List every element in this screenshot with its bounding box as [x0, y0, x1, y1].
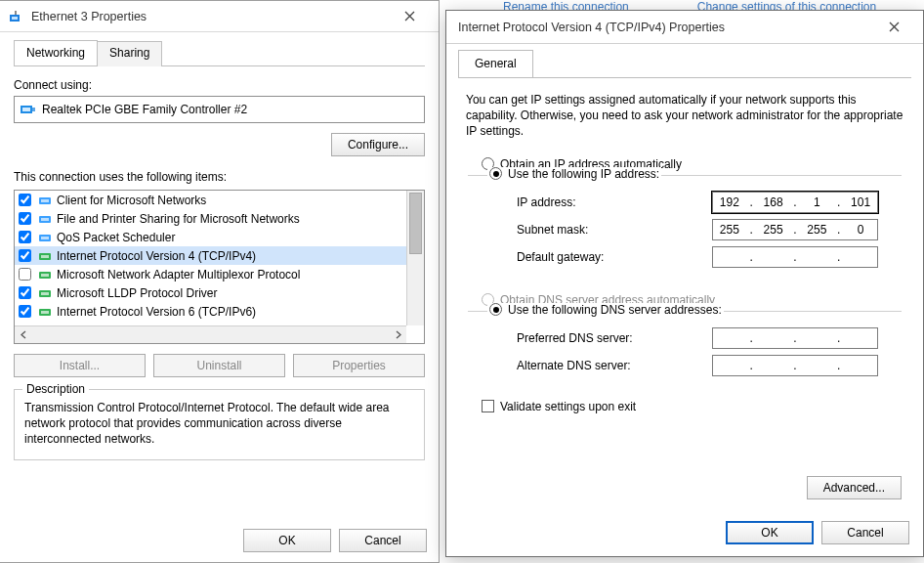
ethernet-close-button[interactable]	[388, 2, 431, 31]
items-vertical-scrollbar[interactable]	[406, 191, 424, 325]
list-item[interactable]: Microsoft LLDP Protocol Driver	[15, 283, 424, 302]
description-group: Description Transmission Control Protoco…	[14, 389, 425, 460]
ip-address-group: Use the following IP address: IP address…	[468, 175, 902, 280]
ipv4-ok-button[interactable]: OK	[726, 521, 814, 544]
list-item[interactable]: Internet Protocol Version 4 (TCP/IPv4)	[15, 246, 424, 265]
subnet-mask-input[interactable]: 255. 255. 255. 0	[712, 219, 878, 240]
mask-octet-4[interactable]: 0	[847, 223, 874, 237]
tab-networking[interactable]: Networking	[14, 40, 98, 65]
gateway-input[interactable]: . . .	[712, 246, 878, 268]
gateway-label: Default gateway:	[517, 250, 712, 264]
list-item-checkbox[interactable]	[19, 249, 31, 262]
list-item[interactable]: Client for Microsoft Networks	[15, 191, 424, 209]
svg-rect-15	[41, 274, 49, 277]
radio-use-ip[interactable]: Use the following IP address:	[487, 167, 661, 181]
ipv4-title: Internet Protocol Version 4 (TCP/IPv4) P…	[454, 21, 872, 34]
ipv4-close-button[interactable]	[872, 13, 915, 42]
validate-settings-checkbox[interactable]: Validate settings upon exit	[482, 400, 911, 413]
mask-octet-2[interactable]: 255	[760, 223, 787, 237]
list-item-checkbox[interactable]	[19, 212, 31, 225]
ethernet-cancel-button[interactable]: Cancel	[339, 529, 427, 552]
tab-general[interactable]: General	[458, 50, 533, 77]
svg-rect-9	[41, 218, 49, 221]
ip-address-label: IP address:	[517, 195, 712, 209]
list-item-label: File and Printer Sharing for Microsoft N…	[57, 212, 300, 226]
list-item-label: Client for Microsoft Networks	[57, 194, 206, 207]
svg-rect-4	[22, 108, 30, 111]
ethernet-title: Ethernet 3 Properties	[31, 10, 388, 23]
adapter-field[interactable]: Realtek PCIe GBE Family Controller #2	[14, 96, 425, 123]
properties-button[interactable]: Properties	[293, 354, 425, 377]
radio-icon	[489, 167, 502, 180]
svg-rect-2	[15, 11, 17, 15]
alternate-dns-label: Alternate DNS server:	[517, 359, 712, 372]
scrollbar-thumb[interactable]	[409, 193, 422, 254]
svg-rect-1	[12, 17, 18, 20]
svg-rect-13	[41, 255, 49, 258]
protocol-icon	[37, 285, 53, 301]
radio-icon	[489, 303, 502, 316]
list-item-label: QoS Packet Scheduler	[57, 231, 175, 244]
network-adapter-icon	[8, 8, 25, 25]
svg-rect-7	[41, 199, 49, 202]
preferred-dns-input[interactable]: . . .	[712, 327, 878, 349]
subnet-mask-label: Subnet mask:	[517, 223, 712, 237]
list-item-label: Internet Protocol Version 4 (TCP/IPv4)	[57, 249, 256, 263]
radio-label: Use the following IP address:	[508, 167, 659, 181]
list-item-label: Internet Protocol Version 6 (TCP/IPv6)	[57, 305, 256, 319]
list-item-checkbox[interactable]	[19, 268, 31, 281]
protocol-icon	[37, 304, 53, 320]
preferred-dns-label: Preferred DNS server:	[517, 331, 712, 345]
ip-octet-3[interactable]: 1	[803, 195, 830, 209]
protocol-icon	[37, 267, 53, 282]
chevron-left-icon	[20, 330, 28, 339]
description-text: Transmission Control Protocol/Internet P…	[24, 400, 414, 448]
items-label: This connection uses the following items…	[14, 170, 425, 184]
advanced-button[interactable]: Advanced...	[807, 476, 902, 499]
mask-octet-1[interactable]: 255	[716, 223, 743, 237]
checkbox-icon	[482, 400, 494, 412]
svg-rect-11	[41, 237, 49, 239]
items-listbox[interactable]: Client for Microsoft NetworksFile and Pr…	[14, 190, 425, 344]
description-legend: Description	[22, 382, 89, 396]
ip-address-input[interactable]: 192. 168. 1. 101	[712, 192, 878, 213]
protocol-icon	[37, 211, 53, 227]
ip-octet-4[interactable]: 101	[847, 195, 874, 209]
ip-octet-1[interactable]: 192	[716, 195, 743, 209]
mask-octet-3[interactable]: 255	[803, 223, 830, 237]
list-item[interactable]: File and Printer Sharing for Microsoft N…	[15, 209, 424, 228]
radio-use-dns[interactable]: Use the following DNS server addresses:	[487, 303, 724, 317]
install-button[interactable]: Install...	[14, 354, 146, 377]
svg-rect-19	[41, 311, 49, 314]
list-item[interactable]: Microsoft Network Adapter Multiplexor Pr…	[15, 265, 424, 283]
uninstall-button[interactable]: Uninstall	[153, 354, 285, 377]
ethernet-titlebar[interactable]: Ethernet 3 Properties	[0, 1, 439, 32]
alternate-dns-input[interactable]: . . .	[712, 355, 878, 376]
list-item-checkbox[interactable]	[19, 305, 31, 318]
list-item[interactable]: QoS Packet Scheduler	[15, 228, 424, 246]
items-horizontal-scrollbar[interactable]	[15, 325, 406, 343]
list-item-label: Microsoft LLDP Protocol Driver	[57, 286, 218, 300]
ipv4-tab-strip: General	[458, 50, 911, 78]
ethernet-ok-button[interactable]: OK	[243, 529, 331, 552]
scroll-left-button[interactable]	[15, 326, 32, 344]
dns-group: Use the following DNS server addresses: …	[468, 311, 902, 388]
scroll-right-button[interactable]	[389, 326, 406, 344]
ip-octet-2[interactable]: 168	[760, 195, 787, 209]
svg-rect-5	[32, 108, 35, 111]
chevron-right-icon	[394, 330, 402, 339]
list-item-checkbox[interactable]	[19, 194, 31, 206]
validate-settings-label: Validate settings upon exit	[500, 400, 636, 413]
list-item[interactable]: Internet Protocol Version 6 (TCP/IPv6)	[15, 302, 424, 321]
ethernet-properties-dialog: Ethernet 3 Properties Networking Sharing…	[0, 0, 440, 563]
list-item-checkbox[interactable]	[19, 286, 31, 299]
ipv4-explain-text: You can get IP settings assigned automat…	[466, 92, 903, 140]
configure-button[interactable]: Configure...	[331, 133, 425, 156]
svg-rect-17	[41, 292, 49, 295]
list-item-checkbox[interactable]	[19, 231, 31, 243]
ethernet-tab-strip: Networking Sharing	[14, 40, 425, 66]
ipv4-titlebar[interactable]: Internet Protocol Version 4 (TCP/IPv4) P…	[446, 11, 923, 44]
protocol-icon	[37, 230, 53, 245]
ipv4-cancel-button[interactable]: Cancel	[821, 521, 909, 544]
tab-sharing[interactable]: Sharing	[97, 41, 162, 66]
